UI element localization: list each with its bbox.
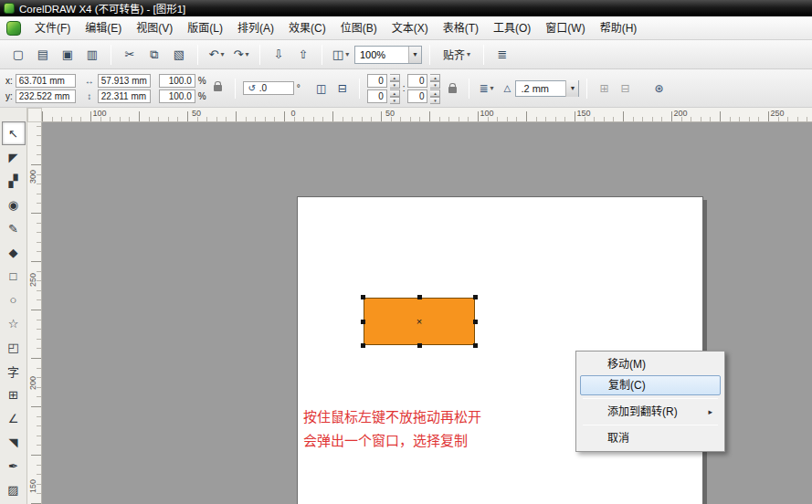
cut-button[interactable]: ✂ xyxy=(119,44,141,66)
object-height-field[interactable]: 22.311 mm xyxy=(98,89,151,103)
export-button[interactable]: ⇧ xyxy=(292,44,314,66)
vertical-ruler[interactable]: 300250200150 xyxy=(27,122,42,504)
corner-radius-value[interactable]: 0 xyxy=(407,89,427,103)
pick-tool[interactable]: ↖ xyxy=(2,121,26,145)
freehand-tool[interactable]: ✎ xyxy=(2,216,26,240)
menu-item-1[interactable]: 编辑(E) xyxy=(78,18,129,38)
snap-button[interactable]: 贴齐▾ xyxy=(438,44,476,66)
hruler-label: 0 xyxy=(290,109,295,118)
horizontal-ruler[interactable]: 10050050100150200250 xyxy=(42,108,812,122)
scale-x-field[interactable]: 100.0 xyxy=(159,74,195,88)
copy-button[interactable]: ⧉ xyxy=(143,44,165,66)
dimension-tool[interactable]: ∠ xyxy=(2,406,26,430)
zoom-level-combo[interactable]: 100%▼ xyxy=(354,46,422,64)
redo-button[interactable]: ↷▾ xyxy=(230,44,252,66)
selection-handle[interactable] xyxy=(473,343,478,348)
selection-handle[interactable] xyxy=(361,295,365,299)
spin-down-icon[interactable]: ▾ xyxy=(390,81,400,89)
spin-up-icon[interactable]: ▴ xyxy=(390,89,400,97)
outline-width-combo[interactable]: .2 mm ▼ xyxy=(515,80,579,97)
spin-down-icon[interactable]: ▾ xyxy=(430,81,440,89)
outline-pen-tool[interactable]: ✒ xyxy=(2,454,26,478)
corner-radius-value[interactable]: 0 xyxy=(407,74,427,88)
options-button[interactable]: ≣ xyxy=(491,44,513,66)
crop-tool[interactable]: ▞ xyxy=(2,169,26,193)
mirror-horizontal-icon: ◫ xyxy=(316,82,326,95)
selection-handle[interactable] xyxy=(473,320,478,324)
spin-down-icon[interactable]: ▾ xyxy=(390,97,400,104)
y-position-field[interactable]: 232.522 mm xyxy=(16,89,76,103)
app-launcher-button[interactable]: ◫▾ xyxy=(330,44,352,66)
new-button[interactable]: ▢ xyxy=(7,44,29,66)
ruler-origin[interactable] xyxy=(27,108,42,122)
to-back-button[interactable]: ⊟ xyxy=(616,79,634,98)
polygon-tool[interactable]: ☆ xyxy=(2,311,26,335)
fill-tool[interactable]: ▨ xyxy=(2,478,26,501)
chevron-down-icon: ▾ xyxy=(345,50,349,58)
menu-item-9[interactable]: 工具(O) xyxy=(486,18,538,38)
mirror-horizontal-button[interactable]: ◫ xyxy=(312,79,331,98)
text-tool[interactable]: 字 xyxy=(2,359,26,383)
basic-shapes-tool[interactable]: ◰ xyxy=(2,335,26,359)
undo-button[interactable]: ↶▾ xyxy=(206,44,227,66)
customize-button[interactable]: ⊛ xyxy=(649,79,668,98)
selection-handle[interactable] xyxy=(417,343,422,348)
object-width-field[interactable]: 57.913 mm xyxy=(98,74,151,88)
table-tool-icon: ⊞ xyxy=(8,388,18,402)
menu-bar: 文件(F)编辑(E)视图(V)版面(L)排列(A)效果(C)位图(B)文本(X)… xyxy=(0,16,812,40)
menu-item-7[interactable]: 文本(X) xyxy=(385,18,436,38)
chevron-down-icon: ▾ xyxy=(467,50,470,58)
shape-tool[interactable]: ◤ xyxy=(2,145,26,169)
menu-item-4[interactable]: 排列(A) xyxy=(230,18,281,38)
edit-corners-together-button[interactable] xyxy=(443,79,461,98)
menu-item-0[interactable]: 文件(F) xyxy=(27,18,78,38)
selected-rectangle[interactable]: × xyxy=(364,298,475,345)
corner-radius-value[interactable]: 0 xyxy=(367,74,387,88)
menu-item-5[interactable]: 效果(C) xyxy=(281,18,333,38)
menu-item-3[interactable]: 版面(L) xyxy=(180,18,230,38)
selection-handle[interactable] xyxy=(361,343,365,348)
object-width-icon: ↔ xyxy=(84,76,95,86)
spinner: ▴▾ xyxy=(430,89,440,103)
spin-up-icon[interactable]: ▴ xyxy=(430,89,440,97)
menu-item-2[interactable]: 视图(V) xyxy=(129,18,180,38)
rotation-angle-field[interactable]: ↺ .0 xyxy=(243,81,294,95)
selection-handle[interactable] xyxy=(417,295,422,299)
spin-up-icon[interactable]: ▴ xyxy=(430,74,440,81)
menu-cancel[interactable]: 取消 xyxy=(580,428,721,448)
print-button[interactable]: ▥ xyxy=(81,44,103,66)
open-button[interactable]: ▤ xyxy=(32,44,54,66)
mirror-vertical-button[interactable]: ⊟ xyxy=(333,79,352,98)
menu-item-10[interactable]: 窗口(W) xyxy=(538,18,592,38)
import-button[interactable]: ⇩ xyxy=(268,44,290,66)
corner-radius-value[interactable]: 0 xyxy=(367,89,387,103)
x-position-field[interactable]: 63.701 mm xyxy=(16,74,76,88)
save-button[interactable]: ▣ xyxy=(57,44,79,66)
menu-add-to-rollover[interactable]: 添加到翻转(R)▸ xyxy=(580,402,721,422)
menu-item-8[interactable]: 表格(T) xyxy=(436,18,486,38)
scale-lock-button[interactable] xyxy=(209,77,227,95)
menu-move[interactable]: 移动(M) xyxy=(580,354,721,374)
ellipse-tool[interactable]: ○ xyxy=(2,288,26,311)
to-front-button[interactable]: ⊞ xyxy=(595,79,613,98)
text-wrap-icon: ≣ xyxy=(479,82,488,95)
table-tool[interactable]: ⊞ xyxy=(2,383,26,406)
zoom-tool[interactable]: ◉ xyxy=(2,193,26,216)
selection-handle[interactable] xyxy=(473,295,478,299)
selection-handle[interactable] xyxy=(361,320,365,324)
menu-item-11[interactable]: 帮助(H) xyxy=(593,18,645,38)
coreldraw-logo-icon xyxy=(4,3,15,14)
fill-tool-icon: ▨ xyxy=(7,483,18,497)
eyedropper-tool[interactable]: ◥ xyxy=(2,430,26,454)
scale-y-field[interactable]: 100.0 xyxy=(159,89,195,103)
print-icon: ▥ xyxy=(87,47,98,61)
spin-down-icon[interactable]: ▾ xyxy=(430,97,440,104)
paste-button[interactable]: ▧ xyxy=(168,44,190,66)
polygon-tool-icon: ☆ xyxy=(8,317,19,331)
menu-copy[interactable]: 复制(C) xyxy=(580,375,721,395)
rectangle-tool[interactable]: □ xyxy=(2,264,26,288)
text-wrap-button[interactable]: ≣ ▾ xyxy=(477,79,495,98)
menu-item-6[interactable]: 位图(B) xyxy=(333,18,385,38)
smart-fill-tool[interactable]: ◆ xyxy=(2,240,26,264)
spin-up-icon[interactable]: ▴ xyxy=(390,74,400,81)
